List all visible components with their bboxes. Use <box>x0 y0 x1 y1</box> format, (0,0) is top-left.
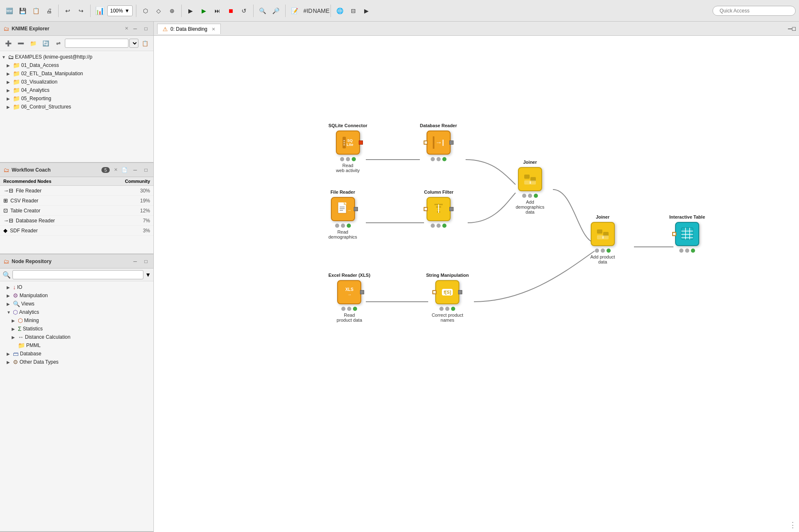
explorer-folder-btn[interactable]: 📁 <box>27 37 39 49</box>
explorer-remove-btn[interactable]: ➖ <box>15 37 27 49</box>
reset-button[interactable]: ↺ <box>238 5 250 17</box>
repo-filter-icon[interactable]: ▼ <box>145 271 151 278</box>
node-col-filter-box[interactable] <box>427 197 451 221</box>
workflow-minimize-btn[interactable]: ─ <box>131 166 139 174</box>
repo-item-other[interactable]: ▶ ⚙ Other Data Types <box>0 358 153 366</box>
node-button[interactable]: ◇ <box>153 5 165 17</box>
other-toggle[interactable]: ▶ <box>7 360 12 365</box>
repo-item-mining[interactable]: ▶ ⬡ Mining <box>0 316 153 325</box>
t5-toggle[interactable]: ▶ <box>7 96 12 101</box>
tree-item-03[interactable]: ▶ 📁 03_Visualization <box>0 78 153 86</box>
node-excel-reader[interactable]: Excel Reader (XLS) XLS→ Readproduct data <box>328 273 370 323</box>
redo-button[interactable]: ↪ <box>75 5 87 17</box>
tree-item-02[interactable]: ▶ 📁 02_ETL_Data_Manipulation <box>0 69 153 78</box>
t4-toggle[interactable]: ▶ <box>7 88 12 93</box>
io-toggle[interactable]: ▶ <box>7 285 12 290</box>
node-excel-reader-box[interactable]: XLS→ <box>337 280 361 304</box>
save-as-button[interactable]: 📋 <box>30 5 42 17</box>
workflow-doc-btn[interactable]: 📄 <box>120 166 128 174</box>
undo-button[interactable]: ↩ <box>62 5 74 17</box>
explorer-filter-select[interactable] <box>129 39 138 48</box>
t1-toggle[interactable]: ▶ <box>7 63 12 68</box>
node-string-manip-box[interactable]: f[S] <box>435 280 459 304</box>
new-button[interactable]: 🆕 <box>3 5 15 17</box>
stop-button[interactable]: ⏹ <box>225 5 237 17</box>
explorer-maximize-btn[interactable]: □ <box>142 25 150 33</box>
statistics-toggle[interactable]: ▶ <box>12 327 17 331</box>
views-toggle[interactable]: ▶ <box>7 302 12 306</box>
canvas-tab-data-blending[interactable]: ⚠ 0: Data Blending ✕ <box>157 24 221 34</box>
repo-item-statistics[interactable]: ▶ Σ Statistics <box>0 325 153 333</box>
node-interactive-table-box[interactable] <box>675 222 699 246</box>
node-db-reader[interactable]: Database Reader →| <box>420 123 457 161</box>
expand-button[interactable]: ⊕ <box>166 5 178 17</box>
repo-item-database[interactable]: ▶ 🗃 Database <box>0 350 153 358</box>
repo-maximize-btn[interactable]: □ <box>142 257 150 266</box>
quick-access-input[interactable] <box>713 6 796 16</box>
workflow-button[interactable]: 📊 <box>94 5 106 17</box>
repo-item-manip[interactable]: ▶ ⚙ Manipulation <box>0 291 153 300</box>
wf-row-4[interactable]: ◆ SDF Reader 3% <box>0 226 153 236</box>
tree-item-01[interactable]: ▶ 📁 01_Data_Access <box>0 61 153 69</box>
wf-row-0[interactable]: →⊟ File Reader 30% <box>0 186 153 196</box>
database-toggle[interactable]: ▶ <box>7 352 12 356</box>
distance-toggle[interactable]: ▶ <box>12 335 17 340</box>
layout-button[interactable]: ⊟ <box>348 5 359 17</box>
run-button[interactable]: ▶ <box>198 5 210 17</box>
node-db-reader-box[interactable]: →| <box>427 131 451 155</box>
node-joiner2[interactable]: Joiner ⇓ Add pro <box>590 214 615 264</box>
analytics-toggle[interactable]: ▼ <box>7 310 12 315</box>
node-string-manip[interactable]: String Manipulation f[S] Correct product… <box>426 273 469 323</box>
workflow-canvas[interactable]: SQLite Connector SQLite <box>154 36 799 532</box>
explorer-search-input[interactable] <box>65 39 128 48</box>
explorer-root[interactable]: ▼ 🗂 EXAMPLES (knime-guest@http://p <box>0 53 153 61</box>
root-toggle[interactable]: ▼ <box>2 55 7 59</box>
zoom-control[interactable]: 100% ▼ <box>107 5 133 16</box>
save-button[interactable]: 💾 <box>17 5 28 17</box>
repo-item-views[interactable]: ▶ 🔍 Views <box>0 300 153 308</box>
knime-hub-button[interactable]: 🌐 <box>334 5 346 17</box>
explorer-refresh-btn[interactable]: 🔄 <box>40 37 52 49</box>
repo-item-io[interactable]: ▶ ↓ IO <box>0 283 153 291</box>
node-col-filter[interactable]: Column Filter <box>424 190 454 228</box>
repo-item-distance[interactable]: ▶ ↔ Distance Calculation <box>0 333 153 341</box>
node-id-button[interactable]: #ID <box>302 5 314 17</box>
node-joiner2-box[interactable]: ⇓ <box>591 222 615 246</box>
connect-button[interactable]: ⬡ <box>140 5 151 17</box>
run-all-button[interactable]: ▶ <box>185 5 197 17</box>
node-sqlite-connector[interactable]: SQLite Connector SQLite <box>328 123 367 173</box>
canvas-tab-close-btn[interactable]: ✕ <box>212 27 215 32</box>
wf-row-1[interactable]: ⊞ CSV Reader 19% <box>0 196 153 206</box>
explorer-add-btn[interactable]: ➕ <box>2 37 14 49</box>
zoom-in-button[interactable]: 🔍 <box>257 5 269 17</box>
add-annot-button[interactable]: 📝 <box>289 5 301 17</box>
node-joiner1-box[interactable]: ⇓ <box>518 167 542 191</box>
print-button[interactable]: 🖨 <box>43 5 55 17</box>
t2-toggle[interactable]: ▶ <box>7 71 12 76</box>
repo-item-pmml[interactable]: 📁 PMML <box>0 341 153 350</box>
zoom-dropdown-icon[interactable]: ▼ <box>125 8 130 14</box>
node-sqlite-box[interactable]: SQLite <box>336 131 360 155</box>
more-button[interactable]: ▶ <box>361 5 372 17</box>
repo-minimize-btn[interactable]: ─ <box>131 257 139 266</box>
t6-toggle[interactable]: ▶ <box>7 105 12 109</box>
wf-row-2[interactable]: ⊡ Table Creator 12% <box>0 206 153 216</box>
tree-item-06[interactable]: ▶ 📁 06_Control_Structures <box>0 103 153 111</box>
zoom-out-button[interactable]: 🔎 <box>270 5 282 17</box>
node-interactive-table[interactable]: Interactive Table <box>669 214 705 253</box>
manip-toggle[interactable]: ▶ <box>7 293 12 298</box>
t3-toggle[interactable]: ▶ <box>7 80 12 84</box>
explorer-edit-btn[interactable]: 📋 <box>139 37 151 49</box>
node-file-reader-box[interactable]: → <box>331 197 355 221</box>
explorer-filter-btn[interactable]: ⇌ <box>52 37 64 49</box>
workflow-maximize-btn[interactable]: □ <box>142 166 150 174</box>
node-file-reader[interactable]: File Reader → <box>328 190 357 239</box>
wf-row-3[interactable]: →⊟ Database Reader 7% <box>0 216 153 226</box>
repo-item-analytics[interactable]: ▼ ⬡ Analytics <box>0 308 153 316</box>
explorer-minimize-btn[interactable]: ─ <box>131 25 139 33</box>
canvas-minimize-btn[interactable]: ─ <box>788 25 792 32</box>
tree-item-04[interactable]: ▶ 📁 04_Analytics <box>0 86 153 94</box>
repo-search-input[interactable] <box>12 270 143 279</box>
node-joiner1[interactable]: Joiner ⇓ Add dem <box>511 160 549 214</box>
step-button[interactable]: ⏭ <box>212 5 223 17</box>
